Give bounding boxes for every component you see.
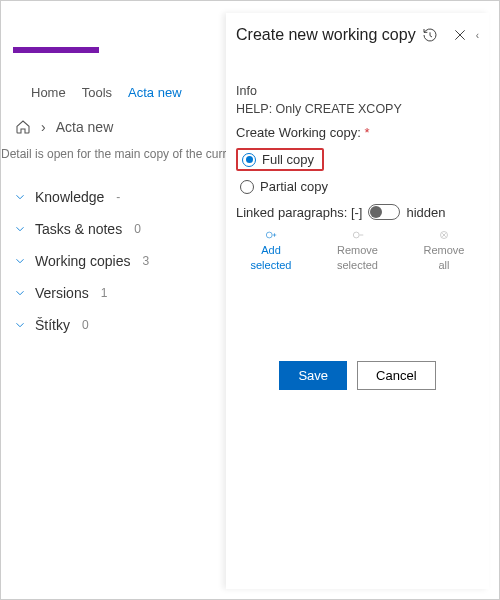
section-label: Working copies [35, 253, 130, 269]
tab-acta-new[interactable]: Acta new [128, 85, 181, 100]
section-count: 0 [134, 222, 141, 236]
hidden-toggle[interactable] [368, 204, 400, 220]
main-tabs: Home Tools Acta new [1, 67, 196, 108]
radio-label: Partial copy [260, 179, 328, 194]
cancel-button[interactable]: Cancel [357, 361, 435, 390]
create-working-copy-panel: Create new working copy ‹ Info HELP: Onl… [226, 13, 489, 589]
linked-label: Linked paragraphs: [-] [236, 205, 362, 220]
panel-buttons: Save Cancel [236, 361, 479, 390]
home-icon[interactable] [15, 119, 31, 135]
section-working-copies[interactable]: Working copies 3 [13, 245, 213, 277]
section-count: 0 [82, 318, 89, 332]
section-count: - [116, 190, 120, 204]
detail-note: Detail is open for the main copy of the … [1, 143, 240, 161]
brand-accent-bar [13, 47, 99, 53]
breadcrumb: › Acta new [15, 119, 113, 135]
chevron-down-icon [13, 222, 27, 236]
radio-label: Full copy [262, 152, 314, 167]
section-versions[interactable]: Versions 1 [13, 277, 213, 309]
info-head: Info [236, 83, 479, 101]
save-button[interactable]: Save [279, 361, 347, 390]
section-knowledge[interactable]: Knowledge - [13, 181, 213, 213]
linked-actions: Addselected Removeselected Removeall [236, 228, 479, 271]
section-label: Tasks & notes [35, 221, 122, 237]
radio-icon [242, 153, 256, 167]
svg-point-0 [266, 232, 272, 238]
form-label-text: Create Working copy: [236, 125, 361, 140]
chevron-down-icon [13, 254, 27, 268]
add-selected-button[interactable]: Addselected [236, 228, 306, 271]
chevron-down-icon [13, 190, 27, 204]
help-text: HELP: Only CREATE XCOPY [236, 101, 479, 119]
required-marker: * [364, 125, 369, 140]
chevron-down-icon [13, 286, 27, 300]
tab-tools[interactable]: Tools [82, 85, 112, 100]
history-icon[interactable] [420, 25, 440, 45]
radio-full-copy[interactable]: Full copy [236, 148, 324, 171]
section-label: Štítky [35, 317, 70, 333]
remove-icon [351, 228, 365, 242]
section-list: Knowledge - Tasks & notes 0 Working copi… [13, 181, 213, 341]
linked-paragraphs-row: Linked paragraphs: [-] hidden [236, 204, 479, 220]
breadcrumb-current: Acta new [56, 119, 114, 135]
section-count: 3 [142, 254, 149, 268]
remove-all-button[interactable]: Removeall [409, 228, 479, 271]
collapse-chevron-icon[interactable]: ‹ [476, 30, 479, 41]
section-label: Knowledge [35, 189, 104, 205]
hidden-label: hidden [406, 205, 445, 220]
section-count: 1 [101, 286, 108, 300]
add-icon [264, 228, 278, 242]
info-block: Info HELP: Only CREATE XCOPY Create Work… [236, 83, 479, 142]
remove-selected-button[interactable]: Removeselected [323, 228, 393, 271]
panel-header: Create new working copy ‹ [236, 25, 479, 45]
section-tags[interactable]: Štítky 0 [13, 309, 213, 341]
close-icon[interactable] [450, 25, 470, 45]
section-tasks[interactable]: Tasks & notes 0 [13, 213, 213, 245]
tab-home[interactable]: Home [31, 85, 66, 100]
chevron-down-icon [13, 318, 27, 332]
panel-title: Create new working copy [236, 26, 416, 44]
radio-icon [240, 180, 254, 194]
radio-partial-copy[interactable]: Partial copy [236, 177, 479, 196]
form-label: Create Working copy: * [236, 124, 479, 142]
breadcrumb-sep: › [41, 119, 46, 135]
svg-point-1 [353, 232, 359, 238]
remove-all-icon [437, 228, 451, 242]
section-label: Versions [35, 285, 89, 301]
